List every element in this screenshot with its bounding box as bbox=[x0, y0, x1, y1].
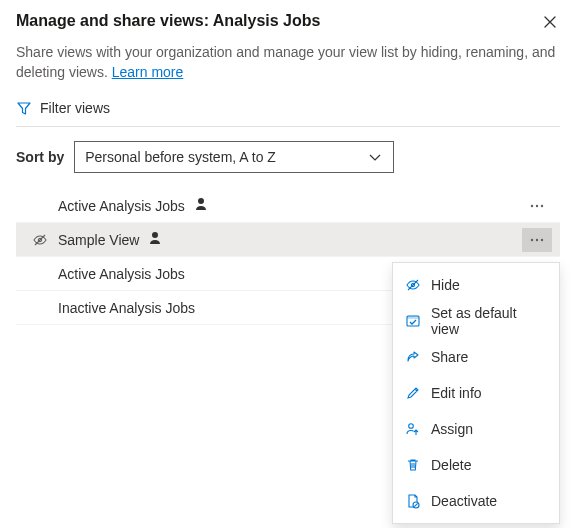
divider bbox=[16, 126, 560, 127]
edit-icon bbox=[405, 385, 421, 401]
view-hidden-indicator bbox=[28, 232, 52, 248]
view-label: Active Analysis Jobs bbox=[58, 266, 185, 282]
more-actions-button[interactable] bbox=[522, 194, 552, 218]
share-icon bbox=[405, 349, 421, 365]
more-icon bbox=[529, 198, 545, 214]
filter-views-label: Filter views bbox=[40, 100, 110, 116]
menu-item-label: Deactivate bbox=[431, 493, 497, 509]
view-label: Inactive Analysis Jobs bbox=[58, 300, 195, 316]
menu-item-label: Assign bbox=[431, 421, 473, 437]
assign-icon bbox=[405, 421, 421, 437]
person-icon bbox=[147, 230, 163, 249]
menu-item-edit[interactable]: Edit info bbox=[393, 375, 559, 411]
panel-description: Share views with your organization and m… bbox=[16, 42, 560, 82]
menu-item-default[interactable]: Set as default view bbox=[393, 303, 559, 339]
filter-icon bbox=[16, 100, 32, 116]
learn-more-link[interactable]: Learn more bbox=[112, 64, 184, 80]
description-text: Share views with your organization and m… bbox=[16, 44, 555, 80]
close-icon bbox=[542, 14, 558, 30]
menu-item-label: Set as default view bbox=[431, 305, 547, 337]
view-row[interactable]: Active Analysis Jobs bbox=[16, 189, 560, 223]
menu-item-hide[interactable]: Hide bbox=[393, 267, 559, 303]
default-icon bbox=[405, 313, 421, 329]
hide-icon bbox=[32, 232, 48, 248]
sort-by-select[interactable]: Personal before system, A to Z bbox=[74, 141, 394, 173]
menu-item-label: Share bbox=[431, 349, 468, 365]
menu-item-label: Hide bbox=[431, 277, 460, 293]
menu-item-label: Edit info bbox=[431, 385, 482, 401]
panel-title: Manage and share views: Analysis Jobs bbox=[16, 12, 320, 30]
hide-icon bbox=[405, 277, 421, 293]
filter-views-button[interactable]: Filter views bbox=[16, 100, 560, 116]
view-context-menu: HideSet as default viewShareEdit infoAss… bbox=[392, 262, 560, 524]
menu-item-assign[interactable]: Assign bbox=[393, 411, 559, 447]
menu-item-deactivate[interactable]: Deactivate bbox=[393, 483, 559, 519]
more-icon bbox=[529, 232, 545, 248]
chevron-down-icon bbox=[367, 149, 383, 165]
deactivate-icon bbox=[405, 493, 421, 509]
view-label: Sample View bbox=[58, 232, 139, 248]
more-actions-button[interactable] bbox=[522, 228, 552, 252]
sort-by-selected-value: Personal before system, A to Z bbox=[85, 149, 276, 165]
menu-item-label: Delete bbox=[431, 457, 471, 473]
view-row[interactable]: Sample View bbox=[16, 223, 560, 257]
person-icon bbox=[193, 196, 209, 215]
sort-by-label: Sort by bbox=[16, 149, 64, 165]
delete-icon bbox=[405, 457, 421, 473]
menu-item-delete[interactable]: Delete bbox=[393, 447, 559, 483]
close-button[interactable] bbox=[540, 12, 560, 32]
menu-item-share[interactable]: Share bbox=[393, 339, 559, 375]
view-label: Active Analysis Jobs bbox=[58, 198, 185, 214]
